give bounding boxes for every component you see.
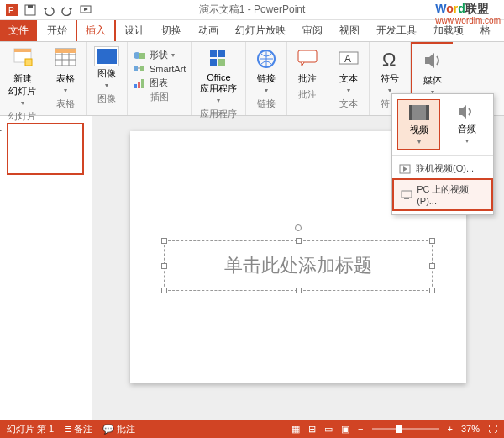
online-video-icon bbox=[399, 164, 411, 174]
symbol-label: 符号 bbox=[381, 72, 399, 85]
sorter-view-icon[interactable]: ⊞ bbox=[308, 424, 316, 435]
tab-review[interactable]: 审阅 bbox=[294, 20, 331, 41]
resize-handle[interactable] bbox=[161, 263, 167, 269]
svg-rect-7 bbox=[25, 59, 32, 66]
tab-developer[interactable]: 开发工具 bbox=[368, 20, 425, 41]
new-slide-label: 新建 幻灯片 bbox=[8, 72, 36, 98]
slide-counter: 幻灯片 第 1 bbox=[7, 423, 54, 435]
title-placeholder[interactable]: 单击此处添加标题 bbox=[164, 240, 433, 291]
resize-handle[interactable] bbox=[429, 288, 435, 293]
tab-transitions[interactable]: 切换 bbox=[153, 20, 190, 41]
zoom-level[interactable]: 37% bbox=[461, 424, 480, 434]
svg-rect-22 bbox=[210, 50, 217, 57]
status-bar: 幻灯片 第 1 ≣ 备注 💬 批注 ▦ ⊞ ▭ ▣ − + 37% ⛶ bbox=[0, 420, 504, 438]
film-icon bbox=[407, 103, 431, 122]
omega-icon: Ω bbox=[378, 47, 402, 71]
rotate-handle[interactable] bbox=[295, 224, 302, 231]
text-button[interactable]: A 文本 ▾ bbox=[333, 45, 364, 96]
svg-rect-17 bbox=[140, 66, 144, 71]
table-icon bbox=[54, 47, 77, 71]
tab-view[interactable]: 视图 bbox=[331, 20, 368, 41]
svg-text:P: P bbox=[8, 6, 14, 15]
start-slideshow-icon[interactable] bbox=[77, 2, 94, 18]
svg-rect-3 bbox=[28, 5, 33, 8]
reading-view-icon[interactable]: ▭ bbox=[324, 424, 333, 435]
office-apps-button[interactable]: Office 应用程序 ▾ bbox=[197, 45, 240, 106]
group-comments-label: 批注 bbox=[298, 88, 317, 101]
group-tables-label: 表格 bbox=[56, 98, 75, 110]
audio-option[interactable]: 音频 ▾ bbox=[445, 99, 488, 150]
pc-video-item[interactable]: PC 上的视频(P)... bbox=[392, 178, 493, 211]
group-slides: 新建 幻灯片 ▾ 幻灯片 bbox=[0, 42, 45, 115]
shapes-icon bbox=[133, 50, 146, 61]
online-video-item[interactable]: 联机视频(O)... bbox=[392, 159, 493, 178]
media-button[interactable]: 媒体 ▾ bbox=[417, 47, 448, 98]
svg-rect-33 bbox=[426, 105, 429, 120]
resize-handle[interactable] bbox=[429, 238, 435, 244]
undo-icon[interactable] bbox=[40, 2, 57, 18]
media-dropdown: 视频 ▾ 音频 ▾ 联机视频(O)... PC 上的视频(P)... bbox=[391, 93, 494, 215]
table-button[interactable]: 表格 ▾ bbox=[50, 45, 81, 96]
zoom-slider[interactable] bbox=[372, 428, 439, 430]
resize-handle[interactable] bbox=[161, 238, 167, 244]
group-apps-label: 应用程序 bbox=[200, 108, 237, 120]
group-links: 链接 ▾ 链接 bbox=[246, 42, 287, 115]
normal-view-icon[interactable]: ▦ bbox=[291, 424, 300, 435]
fit-window-icon[interactable]: ⛶ bbox=[488, 424, 497, 434]
tab-insert[interactable]: 插入 bbox=[76, 18, 116, 41]
svg-text:Ω: Ω bbox=[382, 49, 396, 70]
svg-rect-27 bbox=[298, 50, 317, 62]
watermark: Word联盟 www.wordlm.com bbox=[435, 2, 501, 25]
svg-rect-21 bbox=[141, 79, 144, 88]
svg-point-14 bbox=[134, 52, 140, 59]
speaker-icon bbox=[421, 49, 444, 72]
svg-rect-25 bbox=[218, 59, 225, 66]
smartart-button[interactable]: SmartArt bbox=[133, 63, 186, 75]
save-icon[interactable] bbox=[22, 2, 39, 18]
resize-handle[interactable] bbox=[429, 263, 435, 269]
resize-handle[interactable] bbox=[296, 288, 302, 293]
tab-slideshow[interactable]: 幻灯片放映 bbox=[227, 20, 294, 41]
redo-icon[interactable] bbox=[59, 2, 76, 18]
chart-icon bbox=[133, 77, 146, 89]
new-slide-button[interactable]: 新建 幻灯片 ▾ bbox=[5, 45, 39, 108]
new-slide-icon bbox=[11, 47, 34, 71]
link-icon bbox=[255, 47, 278, 71]
tab-design[interactable]: 设计 bbox=[116, 20, 153, 41]
thumbnail-pane[interactable]: 1 bbox=[0, 116, 92, 421]
group-text: A 文本 ▾ 文本 bbox=[328, 42, 370, 115]
chart-button[interactable]: 图表 bbox=[133, 77, 168, 89]
image-button[interactable]: 图像 ▾ bbox=[92, 45, 122, 91]
notes-button[interactable]: ≣ 备注 bbox=[64, 423, 92, 435]
smartart-icon bbox=[133, 63, 146, 75]
text-label: 文本 bbox=[339, 72, 358, 85]
group-links-label: 链接 bbox=[257, 98, 276, 110]
svg-rect-19 bbox=[134, 84, 137, 88]
svg-text:A: A bbox=[344, 53, 351, 65]
tab-file[interactable]: 文件 bbox=[0, 20, 37, 41]
link-button[interactable]: 链接 ▾ bbox=[251, 45, 281, 96]
group-images: 图像 ▾ 图像 bbox=[87, 42, 128, 115]
thumbnail-number: 1 bbox=[0, 123, 2, 133]
tab-home[interactable]: 开始 bbox=[39, 20, 76, 41]
zoom-in-button[interactable]: + bbox=[448, 424, 453, 434]
svg-rect-24 bbox=[210, 59, 217, 66]
ppt-app-icon[interactable]: P bbox=[3, 2, 20, 18]
shapes-button[interactable]: 形状 ▾ bbox=[133, 49, 175, 61]
slideshow-view-icon[interactable]: ▣ bbox=[341, 424, 349, 435]
chevron-down-icon: ▾ bbox=[21, 99, 24, 107]
video-option[interactable]: 视频 ▾ bbox=[397, 99, 440, 150]
tab-animations[interactable]: 动画 bbox=[190, 20, 227, 41]
textbox-icon: A bbox=[337, 47, 360, 71]
comments-button[interactable]: 💬 批注 bbox=[102, 423, 135, 435]
pc-video-icon bbox=[401, 190, 412, 200]
zoom-out-button[interactable]: − bbox=[358, 424, 363, 434]
comment-button[interactable]: 批注 bbox=[292, 45, 323, 87]
resize-handle[interactable] bbox=[296, 238, 302, 244]
group-illustrations-label: 插图 bbox=[150, 91, 169, 103]
link-label: 链接 bbox=[257, 72, 276, 85]
symbol-button[interactable]: Ω 符号 ▾ bbox=[375, 45, 405, 96]
group-apps: Office 应用程序 ▾ 应用程序 bbox=[192, 42, 246, 115]
slide-thumbnail[interactable] bbox=[7, 123, 84, 175]
resize-handle[interactable] bbox=[161, 288, 167, 293]
